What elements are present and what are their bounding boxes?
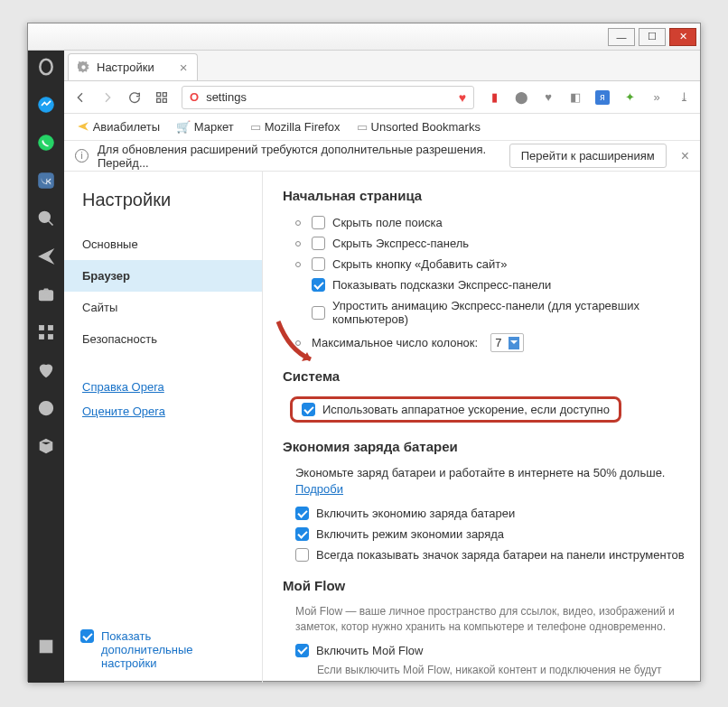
max-cols-select[interactable]: 7 xyxy=(490,333,524,352)
opt-hide-speeddial[interactable]: Скрыть Экспресс-панель xyxy=(283,233,700,254)
bookmark-firefox[interactable]: ▭Mozilla Firefox xyxy=(250,120,341,134)
collapse-icon[interactable] xyxy=(37,637,55,656)
close-button[interactable]: ✕ xyxy=(669,28,696,46)
battery-desc: Экономьте заряд батареи и работайте в ин… xyxy=(283,463,700,503)
overflow-icon[interactable]: » xyxy=(649,90,664,105)
extension-icon-3[interactable]: ◧ xyxy=(568,90,583,105)
sidebar-title: Настройки xyxy=(64,190,262,228)
opt-enable-saving[interactable]: Включить режим экономии заряда xyxy=(283,524,700,544)
sidebar-item-security[interactable]: Безопасность xyxy=(64,323,262,355)
opt-simple-anim[interactable]: Упростить анимацию Экспресс-панели (для … xyxy=(283,295,700,330)
svg-rect-9 xyxy=(40,335,44,340)
settings-content: Настройки Основные Браузер Сайты Безопас… xyxy=(64,172,700,683)
svg-point-6 xyxy=(43,293,50,299)
minimize-button[interactable]: — xyxy=(608,28,635,46)
opt-always-show-icon[interactable]: Всегда показывать значок заряда батареи … xyxy=(283,544,700,565)
section-flow-title: Мой Flow xyxy=(283,578,700,593)
svg-rect-10 xyxy=(49,335,53,340)
extension-icon-1[interactable]: ▮ xyxy=(487,90,501,105)
opt-show-hints[interactable]: Показывать подсказки Экспресс-панели xyxy=(283,274,700,295)
window-titlebar: — ☐ ✕ xyxy=(28,23,700,51)
maximize-button[interactable]: ☐ xyxy=(639,28,666,46)
heart-icon[interactable] xyxy=(37,361,55,379)
opera-o-icon: O xyxy=(190,90,199,104)
notification-bar: i Для обновления расширений требуются до… xyxy=(64,141,700,172)
messenger-icon[interactable] xyxy=(37,96,55,114)
opt-hide-search[interactable]: Скрыть поле поиска xyxy=(283,212,700,233)
svg-rect-12 xyxy=(40,640,51,652)
svg-rect-14 xyxy=(163,92,166,96)
address-bar[interactable]: O settings ♥ xyxy=(182,86,474,109)
svg-rect-8 xyxy=(49,326,53,330)
battery-learn-more-link[interactable]: Подроби xyxy=(295,482,343,496)
translate-icon[interactable]: я xyxy=(595,90,610,105)
show-advanced-toggle[interactable]: Показать дополнительные настройки xyxy=(64,617,262,683)
svg-rect-13 xyxy=(157,92,161,96)
section-startpage-title: Начальная страница xyxy=(283,188,700,203)
grid-icon[interactable] xyxy=(37,323,55,341)
notification-text: Для обновления расширений требуются допо… xyxy=(98,143,500,170)
settings-panel: Начальная страница Скрыть поле поиска Ск… xyxy=(263,172,700,683)
go-to-extensions-button[interactable]: Перейти к расширениям xyxy=(509,144,667,168)
bookmark-market[interactable]: 🛒 Маркет xyxy=(176,120,234,134)
extension-icon-2[interactable]: ⬤ xyxy=(514,90,528,105)
cube-icon[interactable] xyxy=(37,437,55,455)
opt-max-cols: Максимальное число колонок:7 xyxy=(283,330,700,356)
tab-strip: Настройки × xyxy=(64,51,700,81)
downloads-icon[interactable]: ⤓ xyxy=(677,90,691,105)
svg-rect-16 xyxy=(163,98,166,102)
main-column: Настройки × O settings ♥ ▮ ⬤ ♥ ◧ я xyxy=(64,51,700,683)
shield-icon[interactable]: ♥ xyxy=(541,90,555,105)
svg-point-4 xyxy=(40,212,51,223)
tab-close-icon[interactable]: × xyxy=(180,60,188,75)
svg-point-2 xyxy=(39,135,54,151)
opt-enable-battery[interactable]: Включить экономию заряда батареи xyxy=(283,503,700,524)
bookmark-heart-icon[interactable]: ♥ xyxy=(459,90,466,105)
gear-icon xyxy=(78,61,89,73)
tab-settings[interactable]: Настройки × xyxy=(68,53,198,80)
bookmark-unsorted[interactable]: ▭Unsorted Bookmarks xyxy=(357,120,481,134)
svg-rect-7 xyxy=(40,326,44,330)
info-icon: i xyxy=(75,149,89,163)
bookmarks-bar: Авиабилеты 🛒 Маркет ▭Mozilla Firefox ▭Un… xyxy=(64,114,700,141)
flow-note: Если выключить Мой Flow, никакой контент… xyxy=(283,661,700,683)
hw-accel-checkbox[interactable] xyxy=(302,403,315,416)
chevron-down-icon xyxy=(509,337,519,349)
left-rail xyxy=(28,51,64,683)
sidebar-item-basic[interactable]: Основные xyxy=(64,228,262,260)
clock-icon[interactable] xyxy=(37,399,55,417)
sidebar-item-browser[interactable]: Браузер xyxy=(64,260,262,292)
camera-icon[interactable] xyxy=(37,285,55,303)
toolbar: O settings ♥ ▮ ⬤ ♥ ◧ я ✦ » ⤓ xyxy=(64,81,700,114)
opt-hw-accel-highlight: Использовать аппаратное ускорение, если … xyxy=(290,396,621,423)
sidebar-item-sites[interactable]: Сайты xyxy=(64,292,262,323)
section-battery-title: Экономия заряда батареи xyxy=(283,439,700,454)
section-system-title: Система xyxy=(283,368,700,384)
flow-desc: Мой Flow — ваше личное пространство для … xyxy=(283,602,700,640)
show-advanced-checkbox[interactable] xyxy=(80,629,94,643)
tab-label: Настройки xyxy=(97,60,154,74)
reload-button[interactable] xyxy=(127,90,142,105)
extension-icon-4[interactable]: ✦ xyxy=(622,90,637,105)
chrome-area: Настройки × O settings ♥ ▮ ⬤ ♥ ◧ я xyxy=(28,51,700,683)
back-button[interactable] xyxy=(73,90,88,105)
show-advanced-label: Показать дополнительные настройки xyxy=(101,629,246,670)
send-icon[interactable] xyxy=(37,247,55,265)
svg-point-0 xyxy=(40,60,51,75)
dismiss-notification-button[interactable]: × xyxy=(681,148,689,164)
sidebar-link-rate[interactable]: Оцените Opera xyxy=(64,399,262,423)
svg-rect-15 xyxy=(157,98,161,102)
search-icon[interactable] xyxy=(37,209,55,228)
bookmark-flights[interactable]: Авиабилеты xyxy=(77,120,160,134)
whatsapp-icon[interactable] xyxy=(37,134,55,152)
browser-window: — ☐ ✕ Настройки × xyxy=(27,23,701,682)
opt-enable-flow[interactable]: Включить Мой Flow xyxy=(283,640,700,661)
hw-accel-label: Использовать аппаратное ускорение, если … xyxy=(322,403,610,416)
opt-hide-addsite[interactable]: Скрыть кнопку «Добавить сайт» xyxy=(283,254,700,274)
forward-button[interactable] xyxy=(100,90,115,105)
opera-logo-icon xyxy=(37,58,55,76)
speed-dial-button[interactable] xyxy=(154,90,169,105)
sidebar-link-help[interactable]: Справка Opera xyxy=(64,375,262,399)
url-text: settings xyxy=(206,90,247,104)
vk-icon[interactable] xyxy=(37,172,55,190)
